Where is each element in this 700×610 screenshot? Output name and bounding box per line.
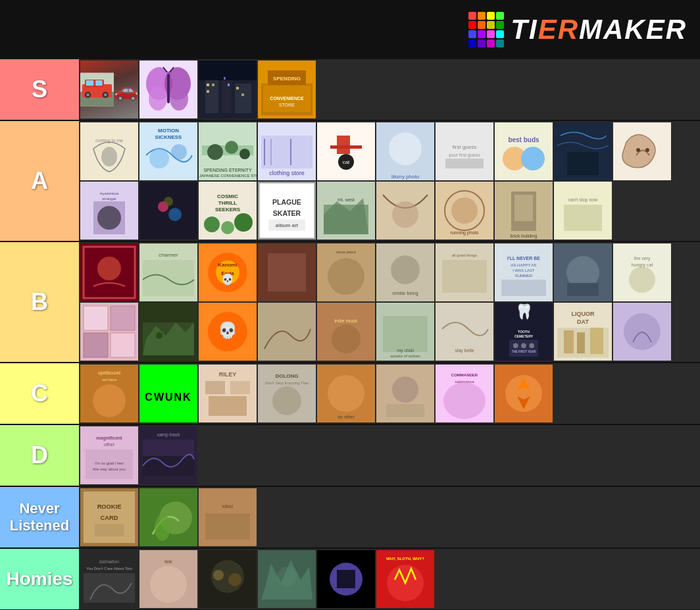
list-item[interactable]: spellboundnot here <box>80 365 138 422</box>
svg-point-47 <box>207 144 223 160</box>
list-item[interactable]: I'LL NEVER BEAS HAPPY ASI WAS LASTSUMMER <box>495 243 553 301</box>
list-item[interactable]: magnificentotherI'm so glad I feelthis w… <box>80 426 138 484</box>
svg-text:I'm so glad I feel: I'm so glad I feel <box>95 461 124 465</box>
list-item[interactable]: ROOKIECARD <box>80 488 138 546</box>
svg-text:AS HAPPY AS: AS HAPPY AS <box>511 263 536 267</box>
list-item[interactable]: blurry photo <box>376 122 434 180</box>
list-item[interactable]: MOTIONSICKNESS <box>139 122 197 180</box>
svg-text:brick building: brick building <box>511 234 538 239</box>
list-item[interactable]: first guessyour first guess <box>436 122 493 180</box>
list-item[interactable] <box>139 488 197 546</box>
list-item[interactable] <box>554 122 612 180</box>
list-item[interactable]: COMMANDERsalamanca <box>436 365 493 422</box>
list-item[interactable]: CWUNK <box>139 365 197 422</box>
list-item[interactable]: slay belle <box>436 303 493 361</box>
svg-rect-231 <box>95 524 124 536</box>
tier-label-never: NeverListened <box>0 487 79 547</box>
list-item[interactable] <box>80 303 138 361</box>
svg-point-73 <box>521 147 545 170</box>
list-item[interactable]: charmer <box>139 243 197 301</box>
list-item[interactable] <box>199 550 257 608</box>
list-item[interactable]: LIQUORDAT <box>554 303 612 361</box>
list-item[interactable] <box>258 303 316 361</box>
list-item[interactable]: SPENDING ETERNITYIN A JAPANESE CONVENIEN… <box>199 122 257 180</box>
list-item[interactable]: clothing store <box>258 122 316 180</box>
list-item[interactable] <box>554 243 612 301</box>
list-item[interactable] <box>258 550 316 608</box>
list-item[interactable]: mysteriousstranger <box>80 182 138 240</box>
tier-items-c: spellboundnot here CWUNK RILEY DOLONGDon… <box>79 363 700 424</box>
svg-text:SPENDING ETERNITY: SPENDING ETERNITY <box>203 168 251 172</box>
svg-text:PLAGUE: PLAGUE <box>272 198 301 206</box>
list-item[interactable]: best buds <box>495 122 553 180</box>
tier-row-c: C spellboundnot here CWUNK RILEY DOLONGD… <box>0 363 700 425</box>
list-item[interactable]: PLAGUESKATERalbum art <box>258 182 316 240</box>
svg-text:CWUNK: CWUNK <box>145 392 191 403</box>
svg-text:SICKNESS: SICKNESS <box>155 134 183 140</box>
list-item[interactable] <box>495 365 553 422</box>
list-item[interactable]: camp trash <box>139 426 197 484</box>
list-item[interactable] <box>139 61 197 118</box>
list-item[interactable]: running photo <box>436 182 493 240</box>
list-item[interactable] <box>613 122 671 180</box>
svg-rect-157 <box>111 333 135 357</box>
svg-point-250 <box>277 567 297 586</box>
svg-rect-22 <box>199 61 257 80</box>
list-item[interactable]: KanomiEoda💀 <box>199 243 257 301</box>
list-item[interactable]: indie music <box>317 303 375 361</box>
list-item[interactable]: killed <box>199 488 257 546</box>
svg-rect-112 <box>514 195 533 221</box>
tier-label-a: A <box>0 121 79 241</box>
list-item[interactable]: RILEY <box>199 365 257 422</box>
list-item[interactable]: similar being <box>376 243 434 301</box>
list-item[interactable]: DOLONGDon't Stop Enjoying That <box>258 365 316 422</box>
svg-text:ROOKIE: ROOKIE <box>97 503 122 510</box>
list-item[interactable] <box>199 61 257 118</box>
svg-text:blurry photo: blurry photo <box>391 174 420 180</box>
svg-point-14 <box>170 87 188 111</box>
list-item[interactable]: coming to me <box>80 122 138 180</box>
list-item[interactable]: can't stop now <box>554 182 612 240</box>
logo-cell <box>468 30 476 38</box>
tier-items-homies: dalmationYou Don't Care About Toni tele … <box>79 549 700 609</box>
list-item[interactable] <box>139 182 197 240</box>
list-item[interactable] <box>613 303 671 361</box>
svg-rect-186 <box>564 330 574 353</box>
list-item[interactable] <box>258 243 316 301</box>
list-item[interactable]: TOOTHCEMETERYTHE FIRST YEAR <box>495 303 553 361</box>
svg-text:LIQUOR: LIQUOR <box>572 311 595 317</box>
list-item[interactable] <box>376 365 434 422</box>
list-item[interactable]: the veryhungry cat <box>613 243 671 301</box>
svg-text:CONVENIENCE: CONVENIENCE <box>270 96 304 101</box>
svg-point-180 <box>521 343 526 348</box>
list-item[interactable]: mt. west <box>317 182 375 240</box>
list-item[interactable]: cat <box>317 122 375 180</box>
svg-rect-200 <box>230 381 250 394</box>
logo-cell <box>478 39 486 47</box>
svg-point-39 <box>101 147 117 166</box>
list-item[interactable]: no other <box>317 365 375 422</box>
list-item[interactable] <box>80 243 138 301</box>
svg-text:your first guess: your first guess <box>449 153 480 158</box>
list-item[interactable]: my childspeaks of wolves <box>376 303 434 361</box>
list-item[interactable]: WHY, SLOTH, WHY? <box>376 550 434 608</box>
svg-rect-122 <box>143 260 194 296</box>
list-item[interactable] <box>317 550 375 608</box>
svg-rect-116 <box>564 205 602 231</box>
list-item[interactable]: tele <box>139 550 197 608</box>
svg-text:SUMMER: SUMMER <box>515 274 533 278</box>
svg-text:camp trash: camp trash <box>157 432 180 438</box>
list-item[interactable]: COSMICTHRILLSEEKERS <box>199 182 257 240</box>
list-item[interactable]: brick building <box>495 182 553 240</box>
list-item[interactable]: CONVENIENCESTORESPENDING <box>258 61 316 118</box>
list-item[interactable]: close place <box>317 243 375 301</box>
list-item[interactable] <box>376 182 434 240</box>
list-item[interactable]: 💀 <box>199 303 257 361</box>
tier-label-c: C <box>0 363 79 424</box>
list-item[interactable]: all good things <box>436 243 493 301</box>
svg-text:tele: tele <box>164 559 172 564</box>
svg-point-43 <box>149 149 169 168</box>
list-item[interactable]: dalmationYou Don't Care About Toni <box>80 550 138 608</box>
list-item[interactable] <box>80 61 138 118</box>
list-item[interactable] <box>139 303 197 361</box>
